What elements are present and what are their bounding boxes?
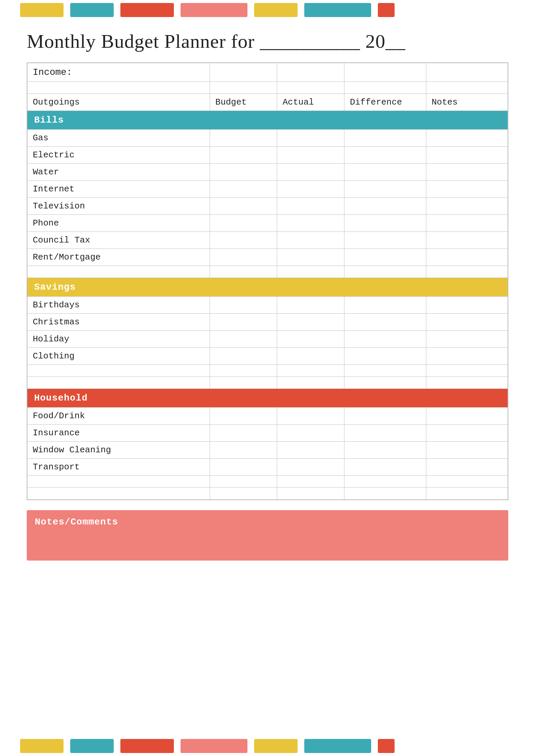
- row-birthdays: Birthdays: [27, 297, 508, 314]
- bot-color-block-7: [378, 739, 395, 753]
- bot-color-block-5: [254, 739, 298, 753]
- empty-row-household-1: [27, 476, 508, 488]
- row-transport: Transport: [27, 459, 508, 476]
- color-block-4: [181, 3, 247, 17]
- item-council-tax: Council Tax: [27, 232, 210, 249]
- bot-color-block-2: [70, 739, 114, 753]
- bot-color-block-1: [20, 739, 64, 753]
- item-phone: Phone: [27, 215, 210, 232]
- color-block-3: [120, 3, 174, 17]
- section-header-household: Household: [27, 389, 508, 408]
- savings-label: Savings: [27, 278, 508, 297]
- color-block-6: [304, 3, 371, 17]
- row-food-drink: Food/Drink: [27, 408, 508, 425]
- page: Monthly Budget Planner for __________ 20…: [0, 0, 535, 756]
- item-gas: Gas: [27, 130, 210, 147]
- bot-color-block-6: [304, 739, 371, 753]
- col-outgoings: Outgoings: [27, 94, 210, 111]
- bottom-color-bar: [0, 736, 535, 756]
- notes-section: Notes/Comments: [27, 510, 508, 561]
- item-internet: Internet: [27, 181, 210, 198]
- column-header-row: Outgoings Budget Actual Difference Notes: [27, 94, 508, 111]
- item-transport: Transport: [27, 459, 210, 476]
- item-electric: Electric: [27, 147, 210, 164]
- empty-row-after-income: [27, 82, 508, 94]
- col-actual: Actual: [277, 94, 344, 111]
- row-gas: Gas: [27, 130, 508, 147]
- bot-color-block-4: [181, 739, 247, 753]
- item-holiday: Holiday: [27, 331, 210, 348]
- notes-label: Notes/Comments: [35, 517, 500, 527]
- col-difference: Difference: [344, 94, 426, 111]
- row-rent-mortgage: Rent/Mortgage: [27, 249, 508, 266]
- row-holiday: Holiday: [27, 331, 508, 348]
- item-television: Television: [27, 198, 210, 215]
- color-block-1: [20, 3, 64, 17]
- item-birthdays: Birthdays: [27, 297, 210, 314]
- bot-color-block-3: [120, 739, 174, 753]
- row-internet: Internet: [27, 181, 508, 198]
- row-water: Water: [27, 164, 508, 181]
- col-budget: Budget: [210, 94, 277, 111]
- color-block-2: [70, 3, 114, 17]
- row-insurance: Insurance: [27, 425, 508, 442]
- budget-table: Income: Outgoings Budget: [27, 63, 508, 500]
- row-council-tax: Council Tax: [27, 232, 508, 249]
- income-row: Income:: [27, 63, 508, 82]
- item-window-cleaning: Window Cleaning: [27, 442, 210, 459]
- empty-row-savings-1: [27, 365, 508, 377]
- col-notes: Notes: [426, 94, 508, 111]
- household-label: Household: [27, 389, 508, 408]
- page-title: Monthly Budget Planner for __________ 20…: [27, 30, 508, 52]
- item-water: Water: [27, 164, 210, 181]
- row-phone: Phone: [27, 215, 508, 232]
- row-clothing: Clothing: [27, 348, 508, 365]
- row-christmas: Christmas: [27, 314, 508, 331]
- section-header-savings: Savings: [27, 278, 508, 297]
- color-block-5: [254, 3, 298, 17]
- item-clothing: Clothing: [27, 348, 210, 365]
- item-insurance: Insurance: [27, 425, 210, 442]
- row-electric: Electric: [27, 147, 508, 164]
- empty-row-household-2: [27, 488, 508, 500]
- bills-label: Bills: [27, 111, 508, 130]
- title-area: Monthly Budget Planner for __________ 20…: [0, 20, 535, 59]
- empty-row-bills-1: [27, 266, 508, 278]
- item-christmas: Christmas: [27, 314, 210, 331]
- section-header-bills: Bills: [27, 111, 508, 130]
- row-window-cleaning: Window Cleaning: [27, 442, 508, 459]
- income-label: Income:: [27, 63, 210, 82]
- budget-table-container: Income: Outgoings Budget: [27, 62, 508, 500]
- top-color-bar: [0, 0, 535, 20]
- item-food-drink: Food/Drink: [27, 408, 210, 425]
- empty-row-savings-2: [27, 377, 508, 389]
- row-television: Television: [27, 198, 508, 215]
- item-rent-mortgage: Rent/Mortgage: [27, 249, 210, 266]
- color-block-7: [378, 3, 395, 17]
